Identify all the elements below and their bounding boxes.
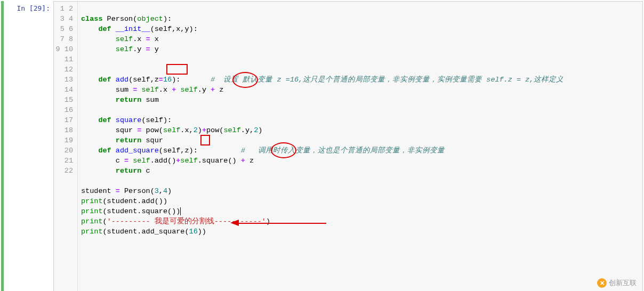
code-line: return squr bbox=[81, 136, 163, 144]
code-line bbox=[81, 177, 85, 185]
code-line: return c bbox=[81, 167, 150, 175]
annotation-rect-z bbox=[200, 135, 210, 146]
code-block[interactable]: 1 2 3 4 5 6 7 8 9 10 11 12 13 14 15 16 1… bbox=[53, 1, 643, 291]
code-line: def add(self,z=16): # 设置 默认变量 z =16,这只是个… bbox=[81, 76, 564, 84]
code-line: sum = self.x + self.y + z bbox=[81, 86, 223, 94]
line-number-gutter: 1 2 3 4 5 6 7 8 9 10 11 12 13 14 15 16 1… bbox=[54, 2, 77, 291]
code-line: student = Person(3,4) bbox=[81, 187, 172, 195]
watermark-text: 创新互联 bbox=[609, 278, 637, 288]
watermark: ✕ 创新互联 bbox=[597, 278, 637, 288]
code-line: squr = pow(self.x,2)+pow(self.y,2) bbox=[81, 126, 262, 134]
code-line: def add_square(self,z): # 调用时传入变量，这也是个普通… bbox=[81, 147, 445, 155]
code-line: print('--------- 我是可爱的分割线-----------') bbox=[81, 217, 270, 225]
code-line bbox=[81, 55, 85, 63]
code-line: print(student.add()) bbox=[81, 197, 167, 205]
code-line: self.x = x bbox=[81, 35, 159, 43]
code-line: c = self.add()+self.square() + z bbox=[81, 157, 254, 165]
input-cell: In [29]: 1 2 3 4 5 6 7 8 9 10 11 12 13 1… bbox=[1, 1, 643, 291]
annotation-rect-z16 bbox=[166, 64, 188, 75]
code-line: print(student.add_square(16)) bbox=[81, 228, 206, 236]
cell-prompt: In [29]: bbox=[5, 1, 53, 291]
code-line bbox=[81, 66, 85, 74]
code-line: print(student.square()) bbox=[81, 207, 181, 215]
code-line: def square(self): bbox=[81, 116, 172, 124]
code-lines[interactable]: class Person(object): def __init__(self,… bbox=[77, 2, 642, 291]
code-line: def __init__(self,x,y): bbox=[81, 25, 198, 33]
code-line bbox=[81, 106, 85, 114]
watermark-logo-icon: ✕ bbox=[597, 278, 607, 288]
code-line: self.y = y bbox=[81, 45, 159, 53]
code-line: class Person(object): bbox=[81, 15, 172, 23]
code-line: return sum bbox=[81, 96, 159, 104]
